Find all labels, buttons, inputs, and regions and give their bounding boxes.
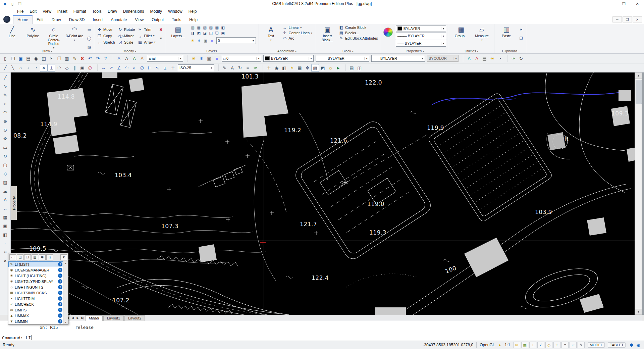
settings-gear-icon[interactable]: ✱ bbox=[629, 343, 635, 348]
layers-manager-button[interactable]: ▤Layers... bbox=[168, 25, 189, 39]
erase-icon[interactable]: ✖ bbox=[78, 55, 86, 62]
color-combo[interactable]: BYLAYER▾ bbox=[263, 55, 314, 62]
help-icon[interactable]: ? bbox=[102, 55, 109, 62]
snap-quadrant-icon[interactable]: ◔ bbox=[32, 64, 40, 72]
point-tool[interactable]: ∙ bbox=[1, 239, 10, 248]
elevation-label[interactable]: 109.5 bbox=[29, 245, 46, 252]
help-badge-icon[interactable]: ? bbox=[58, 319, 62, 323]
sheet-set-icon[interactable]: ▤ bbox=[348, 64, 356, 72]
elevation-label[interactable]: 122.4 bbox=[312, 275, 329, 281]
entity-linetype-combo[interactable]: ———BYLAYER▾ bbox=[396, 33, 446, 39]
panel-label-properties[interactable]: Properties▾ bbox=[381, 49, 449, 53]
layer-on-icon[interactable]: ☀ bbox=[190, 38, 196, 43]
walk-icon[interactable]: ✥ bbox=[304, 64, 311, 72]
autocomplete-item-limmax[interactable]: ▲LIMMAX? bbox=[8, 313, 63, 318]
snap-icon[interactable]: ⊞ bbox=[513, 342, 520, 348]
tab-view[interactable]: View bbox=[131, 16, 148, 24]
linetype-combo[interactable]: ———BYLAYER▾ bbox=[316, 55, 369, 62]
help-badge-icon[interactable]: ? bbox=[58, 279, 62, 284]
paste-icon[interactable]: ▥ bbox=[63, 55, 71, 62]
autocomplete-scrollbar[interactable]: ▲ ▼ bbox=[63, 261, 68, 324]
drawing-canvas[interactable]: 101.3114.8114.908.2103.4119.2122.0121.61… bbox=[11, 72, 635, 315]
font-combo[interactable]: arial▾ bbox=[147, 55, 183, 62]
layer-tool-4-icon[interactable]: ▨ bbox=[208, 25, 214, 30]
tab-home[interactable]: Home bbox=[13, 15, 33, 24]
polygon-tool[interactable]: ◇ bbox=[1, 169, 10, 178]
menu-draw[interactable]: Draw bbox=[105, 8, 120, 14]
chevron-down-icon[interactable]: ▾ bbox=[256, 57, 261, 60]
text-button[interactable]: AText▾ bbox=[261, 25, 281, 43]
help-badge-icon[interactable]: ? bbox=[58, 308, 62, 312]
chevron-down-icon[interactable]: ▾ bbox=[441, 42, 446, 45]
autocomplete-item-lightingunits[interactable]: ☼LIGHTINGUNITS? bbox=[8, 284, 63, 290]
menu-help[interactable]: Help bbox=[185, 8, 200, 14]
3-point-arc-button[interactable]: ◠3-Point Arc▾ bbox=[64, 25, 85, 51]
help-badge-icon[interactable]: ? bbox=[58, 273, 62, 278]
layer-tool-7-icon[interactable]: ◨ bbox=[190, 30, 196, 36]
rectangle-tool[interactable]: ▢ bbox=[1, 160, 10, 169]
elevation-label[interactable]: 119.0 bbox=[367, 201, 384, 207]
elevation-label[interactable]: 122.0 bbox=[365, 79, 382, 86]
dim-ordinate-icon[interactable]: ⊢ bbox=[146, 64, 154, 72]
text-color-a-icon[interactable]: A bbox=[465, 55, 473, 62]
chevron-down-icon[interactable]: ▾ bbox=[441, 35, 446, 38]
menu-modify[interactable]: Modify bbox=[147, 8, 165, 14]
open-quick-icon[interactable]: ❒ bbox=[17, 1, 23, 6]
lineweight-combo[interactable]: ——BYLAYER▾ bbox=[371, 55, 425, 62]
entity-lineweight-combo[interactable]: ——BYLAYER▾ bbox=[396, 40, 446, 47]
autocomplete-item-lightglyphdisplay[interactable]: ✳LIGHTGLYPHDISPLAY? bbox=[8, 279, 63, 284]
snap-parallel-icon[interactable]: ∥ bbox=[71, 64, 78, 72]
edit-block-attributes-button[interactable]: ✎Edit Block Attributes bbox=[338, 36, 379, 41]
dim-angular-icon[interactable]: ∠ bbox=[115, 64, 123, 72]
animation-icon[interactable]: ► bbox=[334, 64, 342, 72]
new-file-icon[interactable]: ▯ bbox=[1, 55, 9, 62]
create-block-button[interactable]: ◧Create Block bbox=[338, 25, 379, 30]
snap-insert-icon[interactable]: ▣ bbox=[78, 64, 86, 72]
stretch-button[interactable]: ↔Stretch bbox=[96, 39, 116, 45]
layer-tool-9-icon[interactable]: ◪ bbox=[202, 30, 208, 36]
menu-insert[interactable]: Insert bbox=[54, 8, 70, 14]
camera-icon[interactable]: ▦ bbox=[296, 64, 304, 72]
tab-draw[interactable]: Draw bbox=[48, 16, 65, 24]
help-badge-icon[interactable]: ? bbox=[58, 302, 62, 306]
tab-help[interactable]: Help bbox=[185, 16, 202, 24]
layer-freeze-icon[interactable]: ❄ bbox=[198, 55, 205, 62]
cut-mini-button[interactable]: ✂ bbox=[518, 27, 524, 32]
grid-view-icon[interactable]: ▦ bbox=[32, 254, 38, 260]
elevation-label[interactable]: 107.3 bbox=[161, 223, 178, 230]
layer-tool-11-icon[interactable]: ❏ bbox=[214, 30, 220, 36]
light-icon[interactable]: ☀ bbox=[288, 64, 296, 72]
ortho-icon[interactable]: ⊥ bbox=[529, 342, 536, 348]
panel-label-draw[interactable]: Draw▾ bbox=[0, 49, 94, 53]
snap-perpendicular-icon[interactable]: ⊥ bbox=[48, 64, 55, 72]
autocomplete-item-lightsinblocks[interactable]: ▦LIGHTSINBLOCKS? bbox=[8, 290, 63, 296]
braces-icon[interactable]: {} bbox=[46, 254, 53, 260]
print-icon[interactable]: ▤ bbox=[24, 55, 32, 62]
freehand-tool[interactable]: ✎ bbox=[1, 91, 10, 99]
dim-update-icon[interactable]: ↻ bbox=[236, 64, 244, 72]
chevron-down-icon[interactable]: ▾ bbox=[364, 57, 369, 60]
publish-icon[interactable]: ◫ bbox=[40, 55, 48, 62]
menu-file[interactable]: File bbox=[14, 8, 26, 14]
dim-text-edit-icon[interactable]: A bbox=[228, 64, 236, 72]
layer-tool-1-icon[interactable]: ▥ bbox=[190, 25, 196, 30]
move-button[interactable]: ✥Move bbox=[96, 26, 116, 33]
tab-nav-icon-4[interactable]: ▶| bbox=[80, 316, 85, 319]
app-menu-button[interactable] bbox=[3, 16, 10, 23]
help-badge-icon[interactable]: ? bbox=[58, 313, 62, 318]
dim-diameter-icon[interactable]: ∅ bbox=[138, 64, 146, 72]
chevron-down-icon[interactable]: ▾ bbox=[209, 66, 214, 69]
command-window[interactable]: on: R15 release Command: LI bbox=[0, 321, 644, 341]
panel-label-block[interactable]: Block▾ bbox=[315, 49, 381, 53]
autocomplete-item-limmin[interactable]: ▼LIMMIN? bbox=[8, 318, 63, 324]
sun-status-icon[interactable]: ☼ bbox=[327, 64, 334, 72]
rotate-view-tool[interactable]: ↻ bbox=[1, 152, 10, 160]
hatch-tool[interactable]: ▨ bbox=[1, 178, 10, 187]
dim-center-icon[interactable]: ✛ bbox=[169, 64, 177, 72]
app-icon[interactable]: ◆ bbox=[2, 1, 8, 6]
publish-icon[interactable]: ◫ bbox=[356, 64, 363, 72]
paste-button[interactable]: ▥Paste bbox=[496, 25, 517, 39]
select-tool[interactable]: ▭ bbox=[1, 143, 10, 152]
elevation-label[interactable]: R bbox=[564, 135, 569, 143]
snap-nearest-icon[interactable]: ◇ bbox=[63, 64, 71, 72]
